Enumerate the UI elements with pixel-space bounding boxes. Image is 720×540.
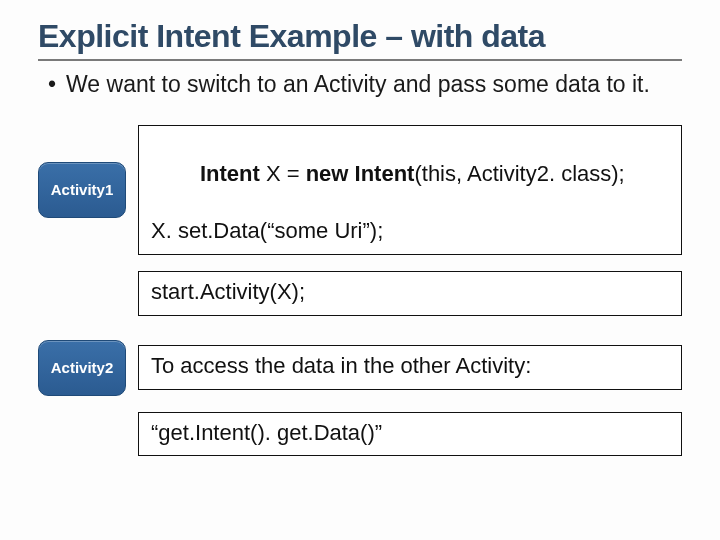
- row-activity1: Activity1 Intent X = new Intent(this, Ac…: [38, 125, 682, 255]
- spacer: [38, 332, 682, 340]
- code-line-5: “get.Intent(). get.Data()”: [151, 419, 669, 448]
- bullet-text: We want to switch to an Activity and pas…: [66, 71, 650, 99]
- code-box-startactivity: start.Activity(X);: [138, 271, 682, 316]
- kw-new-intent: new Intent: [306, 161, 415, 186]
- activity2-chip: Activity2: [38, 340, 126, 396]
- code-frag-1: X =: [260, 161, 306, 186]
- bullet-dot: •: [48, 71, 56, 99]
- slide: Explicit Intent Example – with data • We…: [0, 0, 720, 492]
- code-line-3: start.Activity(X);: [151, 278, 669, 307]
- row-getdata: “get.Intent(). get.Data()”: [138, 412, 682, 457]
- activity1-chip: Activity1: [38, 162, 126, 218]
- code-line-4: To access the data in the other Activity…: [151, 352, 669, 381]
- row-activity2: Activity2 To access the data in the othe…: [38, 340, 682, 396]
- code-line-1: Intent X = new Intent(this, Activity2. c…: [151, 132, 669, 218]
- code-frag-2: (this, Activity2. class);: [414, 161, 624, 186]
- slide-title: Explicit Intent Example – with data: [38, 18, 682, 57]
- row-startactivity: start.Activity(X);: [138, 271, 682, 316]
- code-box-getdata: “get.Intent(). get.Data()”: [138, 412, 682, 457]
- title-underline: [38, 59, 682, 61]
- bullet-item: • We want to switch to an Activity and p…: [48, 71, 682, 99]
- code-box-intent-create: Intent X = new Intent(this, Activity2. c…: [138, 125, 682, 255]
- code-line-2: X. set.Data(“some Uri”);: [151, 217, 669, 246]
- code-box-access-note: To access the data in the other Activity…: [138, 345, 682, 390]
- kw-intent: Intent: [200, 161, 260, 186]
